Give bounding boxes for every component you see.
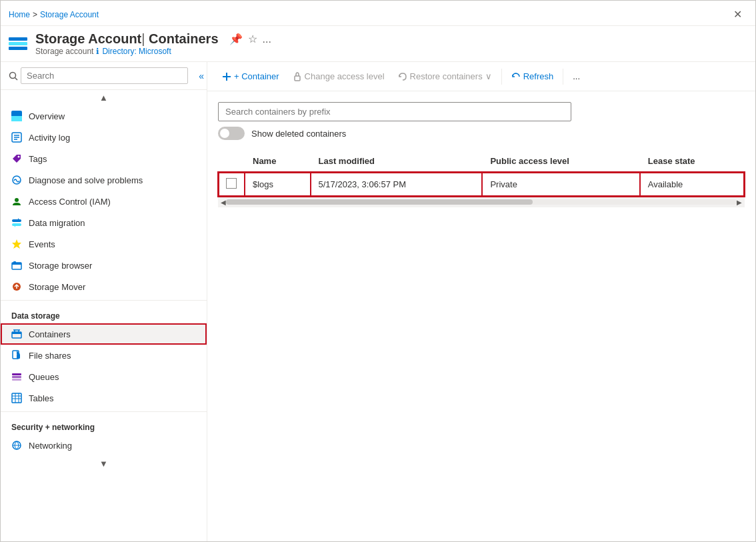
scrollbar-thumb[interactable]	[226, 199, 533, 205]
sidebar-item-storage-browser[interactable]: Storage browser	[1, 255, 207, 276]
add-container-button[interactable]: + Container	[215, 67, 286, 85]
sidebar-item-events[interactable]: Events	[1, 233, 207, 255]
close-button[interactable]: ✕	[728, 5, 747, 23]
sidebar-scroll-up[interactable]: ▲	[1, 90, 207, 105]
storage-account-icon	[9, 37, 27, 50]
svg-rect-27	[12, 393, 21, 403]
row-checkbox-cell[interactable]	[218, 172, 245, 197]
sidebar-item-queues-label: Queues	[29, 372, 59, 382]
sidebar-item-storage-mover-label: Storage Mover	[29, 282, 85, 292]
row-access-level: Private	[482, 172, 639, 197]
scrollbar-track[interactable]	[226, 199, 737, 205]
svg-rect-25	[12, 376, 21, 378]
sidebar-item-tags[interactable]: Tags	[1, 148, 207, 169]
col-access-level: Public access level	[482, 151, 639, 172]
sidebar-collapse-button[interactable]: «	[196, 68, 207, 84]
col-checkbox	[218, 151, 245, 172]
add-icon	[222, 72, 231, 81]
svg-rect-36	[295, 76, 300, 81]
lock-icon	[293, 72, 302, 81]
data-storage-divider	[1, 300, 207, 301]
row-last-modified: 5/17/2023, 3:06:57 PM	[311, 172, 483, 197]
diagnose-icon	[11, 175, 22, 185]
queues-icon	[11, 371, 22, 382]
svg-point-0	[10, 72, 16, 78]
page-title: Storage Account| Containers	[35, 31, 219, 47]
sidebar-item-events-label: Events	[29, 239, 55, 249]
svg-rect-26	[12, 379, 21, 381]
toolbar-separator-2	[563, 69, 563, 85]
sidebar-item-overview[interactable]: Overview	[1, 105, 207, 127]
svg-point-10	[15, 198, 19, 202]
sidebar-item-data-migration-label: Data migration	[29, 218, 85, 228]
title-separator: |	[141, 31, 149, 46]
sidebar-item-iam-label: Access Control (IAM)	[29, 197, 111, 207]
sidebar-item-overview-label: Overview	[29, 111, 65, 121]
file-shares-icon	[11, 350, 22, 361]
sidebar-item-data-migration[interactable]: Data migration	[1, 212, 207, 233]
data-migration-icon	[11, 217, 22, 228]
events-icon	[11, 239, 22, 249]
svg-point-8	[18, 156, 20, 158]
container-name[interactable]: $logs	[253, 179, 273, 189]
svg-rect-23	[17, 354, 20, 359]
refresh-icon	[511, 72, 521, 81]
col-name: Name	[245, 151, 311, 172]
account-type-label: Storage account	[35, 47, 93, 56]
svg-rect-3	[11, 116, 22, 121]
row-checkbox[interactable]	[226, 178, 237, 189]
more-options-button[interactable]: ...	[566, 67, 587, 85]
sidebar-item-tables[interactable]: Tables	[1, 387, 207, 409]
svg-rect-14	[12, 263, 21, 265]
sidebar-item-networking-label: Networking	[29, 441, 72, 451]
star-icon[interactable]: ☆	[248, 33, 257, 45]
sidebar-item-tags-label: Tags	[29, 154, 47, 164]
storage-browser-icon	[11, 260, 22, 271]
toolbar: + Container Change access level Restore …	[207, 62, 755, 91]
sidebar-item-iam[interactable]: Access Control (IAM)	[1, 191, 207, 212]
show-deleted-toggle[interactable]	[218, 127, 245, 140]
col-lease-state: Lease state	[640, 151, 745, 172]
containers-table: Name Last modified Public access level L…	[218, 151, 745, 197]
scroll-left-arrow[interactable]: ◀	[221, 199, 226, 206]
pin-icon[interactable]: 📌	[229, 33, 243, 45]
restore-containers-button[interactable]: Restore containers ∨	[391, 67, 499, 85]
tables-icon	[11, 393, 22, 403]
breadcrumb-home[interactable]: Home	[9, 10, 30, 19]
sidebar-item-activity-log-label: Activity log	[29, 133, 70, 143]
data-storage-section-header: Data storage	[1, 303, 207, 323]
sidebar-scroll-down[interactable]: ▼	[1, 456, 207, 471]
sidebar-item-diagnose-label: Diagnose and solve problems	[29, 175, 143, 185]
sidebar: « ▲ Overview	[1, 62, 207, 541]
sidebar-item-networking[interactable]: Networking	[1, 435, 207, 456]
activity-log-icon	[11, 132, 22, 143]
sidebar-item-activity-log[interactable]: Activity log	[1, 127, 207, 148]
sidebar-item-file-shares[interactable]: File shares	[1, 345, 207, 366]
directory-info-icon: ℹ	[96, 47, 99, 56]
search-icon	[9, 71, 18, 81]
sidebar-search-input[interactable]	[21, 67, 188, 84]
content-area: + Container Change access level Restore …	[207, 62, 755, 541]
containers-icon	[11, 329, 22, 339]
directory-label: Directory: Microsoft	[102, 47, 171, 56]
toolbar-separator	[501, 69, 502, 85]
refresh-button[interactable]: Refresh	[505, 67, 561, 85]
overview-icon	[11, 111, 22, 121]
restore-icon	[398, 72, 407, 81]
change-access-button[interactable]: Change access level	[286, 67, 391, 85]
sidebar-item-queues[interactable]: Queues	[1, 366, 207, 387]
breadcrumb-account[interactable]: Storage Account	[40, 10, 99, 19]
sidebar-item-diagnose[interactable]: Diagnose and solve problems	[1, 169, 207, 191]
security-divider	[1, 411, 207, 412]
show-deleted-label: Show deleted containers	[251, 129, 346, 139]
scroll-right-arrow[interactable]: ▶	[737, 199, 742, 206]
svg-rect-24	[12, 373, 21, 375]
table-row[interactable]: $logs 5/17/2023, 3:06:57 PM Private Avai…	[218, 172, 745, 197]
sidebar-item-tables-label: Tables	[29, 393, 54, 403]
horizontal-scrollbar[interactable]: ◀ ▶	[218, 197, 745, 207]
search-prefix-input[interactable]	[218, 102, 571, 121]
sidebar-item-storage-mover[interactable]: Storage Mover	[1, 276, 207, 297]
col-last-modified: Last modified	[311, 151, 483, 172]
sidebar-item-containers[interactable]: Containers	[1, 323, 207, 345]
more-options-icon[interactable]: ...	[263, 33, 271, 45]
